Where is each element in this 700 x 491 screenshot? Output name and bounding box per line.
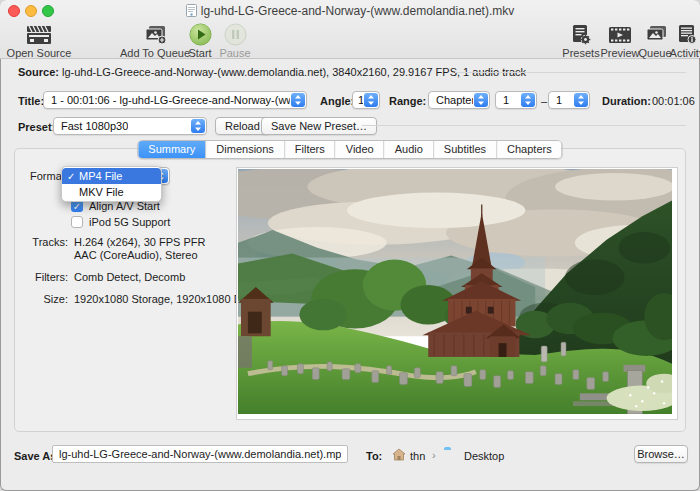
toolbar-label: Open Source	[7, 47, 72, 59]
document-icon	[186, 4, 197, 20]
menu-item-label: MP4 File	[79, 170, 122, 182]
toolbar-label: Activity	[670, 47, 700, 59]
film-play-icon	[607, 22, 633, 47]
handbrake-window: lg-uhd-LG-Greece-and-Norway-(www.demolan…	[0, 0, 700, 491]
tracks-label: Tracks:	[14, 236, 68, 248]
angle-label: Angle:	[320, 95, 354, 107]
tab-subtitles[interactable]: Subtitles	[434, 141, 497, 158]
ipod-5g-support-checkbox[interactable]: iPod 5G Support	[71, 216, 170, 228]
title-popup[interactable]: 1 - 00:01:06 - lg-uhd-LG-Greece-and-Norw…	[43, 91, 307, 109]
toolbar-button-activity[interactable]: Activity	[668, 22, 700, 59]
tab-video[interactable]: Video	[336, 141, 385, 158]
location-folder: Desktop	[464, 450, 504, 462]
tracks-value-line2: AAC (CoreAudio), Stereo	[74, 249, 198, 261]
section-tabs: Summary Dimensions Filters Video Audio S…	[137, 140, 562, 159]
toolbar-label: Presets	[562, 47, 599, 59]
checkbox-label: iPod 5G Support	[89, 216, 170, 228]
duration-value: 00:01:06	[652, 95, 695, 107]
menu-item-label: MKV File	[79, 186, 124, 198]
filters-value: Comb Detect, Decomb	[74, 271, 185, 283]
tab-filters[interactable]: Filters	[285, 141, 336, 158]
toolbar-label: Queue	[638, 47, 671, 59]
photos-stack-icon	[642, 22, 668, 47]
clapperboard-icon	[24, 22, 54, 47]
range-from-popup[interactable]: 1	[495, 91, 537, 109]
range-from-value: 1	[503, 94, 509, 106]
range-label: Range:	[389, 95, 426, 107]
angle-value: 1	[358, 94, 363, 106]
range-to-popup[interactable]: 1	[548, 91, 590, 109]
format-dropdown-menu: ✓ MP4 File MKV File	[61, 166, 162, 202]
tracks-value-line1: H.264 (x264), 30 FPS PFR	[74, 236, 205, 248]
range-type-value: Chapters	[436, 94, 473, 106]
save-new-preset-button[interactable]: Save New Preset…	[261, 117, 377, 135]
menu-item-mp4[interactable]: ✓ MP4 File	[62, 168, 161, 184]
photos-plus-icon	[141, 22, 169, 47]
popup-arrows-icon	[521, 93, 535, 107]
toolbar-button-pause[interactable]: Pause	[217, 22, 253, 59]
preset-value: Fast 1080p30	[61, 120, 128, 132]
divider	[362, 125, 686, 126]
popup-arrows-icon	[291, 93, 305, 107]
preview-image	[236, 167, 678, 420]
range-to-value: 1	[556, 94, 562, 106]
toolbar-label: Add To Queue	[120, 47, 190, 59]
window-title-text: lg-uhd-LG-Greece-and-Norway-(www.demolan…	[201, 4, 514, 18]
browse-button[interactable]: Browse…	[634, 445, 688, 463]
preset-popup[interactable]: Fast 1080p30	[53, 117, 207, 135]
home-icon	[392, 447, 406, 465]
checkbox-unchecked-icon	[71, 216, 83, 228]
popup-arrows-icon	[364, 93, 378, 107]
save-as-input[interactable]	[52, 445, 348, 463]
source-label: Source:	[18, 66, 59, 78]
tab-chapters[interactable]: Chapters	[497, 141, 562, 158]
location-user: thn	[410, 450, 425, 462]
toolbar-button-presets[interactable]: Presets	[559, 22, 603, 59]
range-type-popup[interactable]: Chapters	[428, 91, 490, 109]
document-info-icon	[675, 22, 699, 47]
preset-label: Preset:	[18, 121, 55, 133]
tab-dimensions[interactable]: Dimensions	[206, 141, 284, 158]
popup-arrows-icon	[191, 119, 205, 133]
popup-arrows-icon	[474, 93, 488, 107]
to-label: To:	[366, 450, 382, 462]
toolbar-label: Preview	[600, 47, 639, 59]
chevron-right-icon: ›	[432, 449, 436, 461]
window-title: lg-uhd-LG-Greece-and-Norway-(www.demolan…	[0, 4, 700, 20]
tab-audio[interactable]: Audio	[385, 141, 434, 158]
duration-label: Duration:	[602, 95, 651, 107]
menu-item-mkv[interactable]: MKV File	[62, 184, 161, 200]
toolbar-label: Start	[188, 47, 211, 59]
tab-summary[interactable]: Summary	[138, 141, 206, 158]
size-label: Size:	[14, 293, 68, 305]
angle-stepper[interactable]: 1	[352, 91, 380, 109]
play-icon	[189, 22, 212, 47]
popup-arrows-icon	[574, 93, 588, 107]
range-separator: –	[541, 95, 547, 107]
toolbar-button-add-to-queue[interactable]: Add To Queue	[119, 22, 191, 59]
pause-icon	[224, 22, 247, 47]
checkmark-icon: ✓	[67, 171, 79, 182]
title-popup-value: 1 - 00:01:06 - lg-uhd-LG-Greece-and-Norw…	[51, 94, 290, 106]
title-label: Title:	[18, 95, 44, 107]
toolbar-button-preview[interactable]: Preview	[598, 22, 642, 59]
toolbar-button-open-source[interactable]: Open Source	[6, 22, 72, 59]
toolbar-button-start[interactable]: Start	[186, 22, 214, 59]
filters-label: Filters:	[14, 271, 68, 283]
document-gear-icon	[569, 22, 593, 47]
toolbar-label: Pause	[219, 47, 250, 59]
divider	[455, 72, 686, 73]
window-header: lg-uhd-LG-Greece-and-Norway-(www.demolan…	[0, 0, 700, 59]
